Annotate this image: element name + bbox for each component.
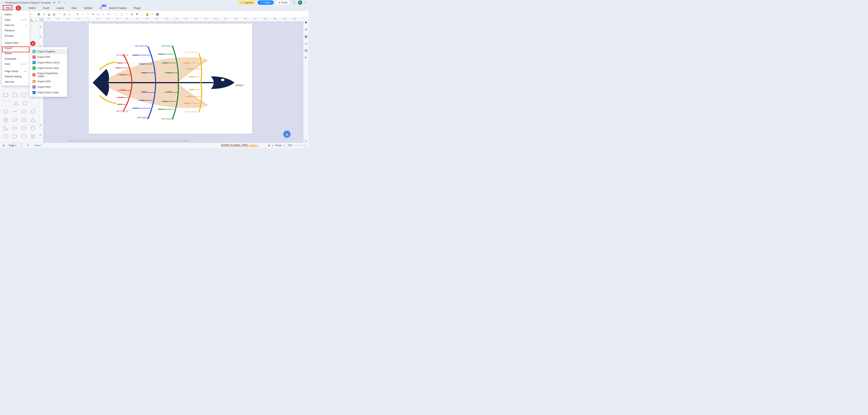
- menu-symbol[interactable]: Symbol: [84, 6, 92, 9]
- underline-icon[interactable]: U: [47, 12, 51, 16]
- pages-panel-icon[interactable]: ▯▯: [2, 144, 5, 147]
- export-html[interactable]: HExport Html: [30, 84, 67, 90]
- menu-select[interactable]: Select: [29, 6, 36, 9]
- more-panel-icon[interactable]: ≡: [305, 139, 307, 143]
- shape-hexagon2[interactable]: [11, 133, 19, 140]
- back-icon[interactable]: ‹: [2, 1, 3, 4]
- menu-view[interactable]: View: [71, 6, 76, 9]
- fullscreen-icon[interactable]: ⛶: [304, 144, 306, 147]
- export-visio[interactable]: VExport Visio (.vsdx): [30, 90, 67, 95]
- file-rename[interactable]: Rename: [2, 28, 30, 33]
- file-add-star[interactable]: Add star: [2, 79, 30, 84]
- export-word[interactable]: WExport Word (.docx): [30, 60, 67, 65]
- shape-triangle[interactable]: [12, 100, 20, 107]
- menu-plugin[interactable]: Plugin: [133, 6, 141, 9]
- history-panel-icon[interactable]: ↻: [305, 56, 307, 60]
- shape-triangle2[interactable]: [29, 116, 37, 123]
- font-color-icon[interactable]: A: [52, 12, 56, 16]
- shape-rounded[interactable]: [11, 92, 19, 98]
- line-spacing-icon[interactable]: ≣: [67, 12, 72, 16]
- focus-icon[interactable]: ⌖: [272, 144, 273, 147]
- export-pdf[interactable]: PExport PDF: [30, 54, 67, 60]
- shape-circle[interactable]: [29, 108, 37, 115]
- connector-icon[interactable]: ↳: [91, 12, 95, 16]
- menu-ai[interactable]: AIhot: [99, 6, 102, 9]
- align-objects-icon[interactable]: ⫠: [125, 12, 129, 16]
- page-tab[interactable]: Page-1: [33, 144, 43, 147]
- export-excel[interactable]: XExport Excel (.xlsx): [30, 65, 67, 71]
- shape-ellipse[interactable]: [20, 108, 28, 115]
- fill-icon[interactable]: ◇: [81, 12, 85, 16]
- lock-icon[interactable]: 🔒: [145, 12, 149, 16]
- shape-rounded2[interactable]: [20, 92, 28, 98]
- publish-button[interactable]: ✈ Publish: [257, 0, 274, 5]
- text-tool-icon[interactable]: T: [75, 12, 80, 16]
- shape-octagon[interactable]: [20, 133, 28, 140]
- star-icon[interactable]: ☆: [63, 1, 66, 4]
- shape-squircle[interactable]: [21, 100, 29, 107]
- play-icon[interactable]: ▷: [284, 144, 285, 147]
- avatar[interactable]: C: [298, 0, 302, 5]
- file-download[interactable]: Download: [2, 56, 30, 61]
- upgrade-button[interactable]: 🛒 Upgrade: [238, 0, 255, 5]
- menu-file[interactable]: File: [6, 6, 10, 9]
- save-icon[interactable]: 🖫: [53, 1, 56, 4]
- canvas-page[interactable]: OPTION 02 OPTION 02 OPTION 04 OPTION 04 …: [89, 24, 252, 134]
- zoom-out-icon[interactable]: −: [297, 144, 298, 147]
- tools-icon[interactable]: ✕: [150, 12, 154, 16]
- menu-layout[interactable]: Layout: [56, 6, 64, 9]
- file-export[interactable]: Export▸: [2, 45, 30, 51]
- layers-icon[interactable]: ◈: [268, 144, 270, 147]
- export-svg[interactable]: SExport SVG: [30, 79, 67, 84]
- fill-panel-icon[interactable]: ◆: [305, 21, 307, 24]
- notes-panel-icon[interactable]: ▤: [305, 49, 307, 53]
- shape-hexagon[interactable]: [2, 133, 9, 140]
- file-import-data[interactable]: Import Data: [2, 40, 30, 45]
- send-back-icon[interactable]: ▢: [114, 12, 119, 16]
- shape-parallelogram[interactable]: [11, 116, 19, 123]
- menu-insert[interactable]: Insert: [43, 6, 50, 9]
- export-graphics[interactable]: ◈Export Graphics: [30, 49, 67, 54]
- shape-square[interactable]: [2, 92, 9, 98]
- table-icon[interactable]: ▦: [155, 12, 160, 16]
- pencil-icon[interactable]: ✎: [86, 12, 90, 16]
- zoom-in-icon[interactable]: +: [300, 144, 302, 147]
- file-save[interactable]: SaveCtrl+S: [2, 17, 30, 23]
- export-panel-icon[interactable]: ⇲: [305, 28, 307, 31]
- dash-icon[interactable]: ┅: [106, 12, 111, 16]
- shape-blob[interactable]: [2, 108, 9, 115]
- apps-panel-icon[interactable]: ▦: [305, 35, 307, 38]
- shape-donut[interactable]: [2, 116, 9, 123]
- avatar-dropdown-icon[interactable]: ▼: [304, 2, 306, 4]
- shape-trapezoid[interactable]: [20, 116, 28, 123]
- help-icon[interactable]: ?: [292, 1, 296, 4]
- italic-icon[interactable]: I: [42, 12, 46, 16]
- shape-diamond[interactable]: [20, 125, 28, 132]
- present-panel-icon[interactable]: ▱: [305, 42, 307, 45]
- bold-icon[interactable]: B: [37, 12, 41, 16]
- text-direction-icon[interactable]: T: [57, 12, 61, 16]
- file-share[interactable]: Share: [2, 51, 30, 56]
- export-powerpoint[interactable]: PExport PowerPoint (.pptx): [30, 71, 67, 79]
- share-button[interactable]: ⇆ Share: [276, 0, 290, 5]
- file-home[interactable]: Home: [2, 12, 30, 17]
- align-icon[interactable]: ≡: [62, 12, 67, 16]
- search-icon[interactable]: 🔍: [30, 19, 33, 22]
- file-save-as[interactable]: Save As▸: [2, 23, 30, 28]
- expand-link[interactable]: Expand: [249, 144, 257, 146]
- add-page-icon[interactable]: +: [26, 144, 31, 147]
- share-quick-icon[interactable]: ⇱: [58, 1, 61, 4]
- shape-pentagon[interactable]: [29, 125, 37, 132]
- arrow-icon[interactable]: →: [101, 12, 105, 16]
- group-icon[interactable]: ▣: [130, 12, 134, 16]
- file-page-setup[interactable]: Page SetupF6: [2, 68, 30, 74]
- shape-burst[interactable]: [29, 133, 37, 140]
- horizontal-scrollbar[interactable]: [43, 140, 303, 142]
- line-weight-icon[interactable]: —: [96, 12, 100, 16]
- canvas-area[interactable]: -80-60-40-200204060801001201401601802002…: [39, 18, 303, 143]
- crop-icon[interactable]: ⛶: [140, 12, 144, 16]
- file-encrypt[interactable]: Encrypt: [2, 33, 30, 38]
- shape-line[interactable]: [11, 108, 19, 115]
- file-print[interactable]: PrintCtrl+P: [2, 61, 30, 67]
- chat-assistant-icon[interactable]: 🤖: [284, 131, 290, 138]
